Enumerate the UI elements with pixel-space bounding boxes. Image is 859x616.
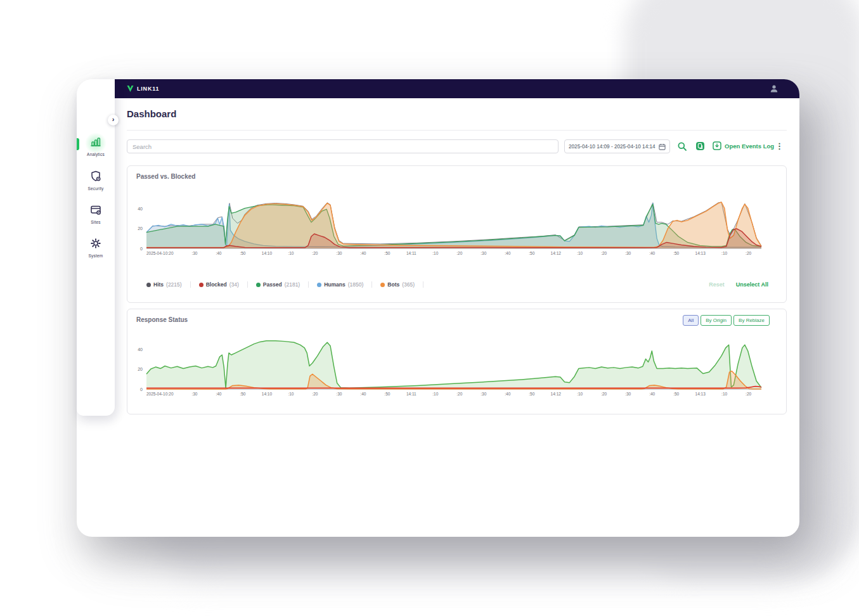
- sidebar-expand-button[interactable]: ›: [108, 115, 119, 125]
- user-account-button[interactable]: [769, 84, 779, 94]
- sidebar-label-system: System: [77, 253, 115, 258]
- chevron-right-icon: ›: [112, 116, 115, 123]
- copy-button[interactable]: [695, 141, 706, 154]
- sidebar-item-analytics[interactable]: Analytics: [77, 136, 115, 157]
- passed-vs-blocked-title: Passed vs. Blocked: [136, 173, 195, 180]
- x-axis-ticks: 2025-04-10:20:30:40:5014:10:10:20:30:40:…: [146, 251, 761, 257]
- calendar-icon: [659, 143, 666, 150]
- passed-vs-blocked-card: Passed vs. Blocked 02040 2025-04-10:20:3…: [127, 165, 787, 303]
- run-search-button[interactable]: [677, 141, 687, 154]
- reset-link[interactable]: Reset: [709, 281, 725, 288]
- sidebar-label-sites: Sites: [77, 220, 115, 224]
- brand-logo: LINK11: [127, 86, 159, 92]
- response-status-title: Response Status: [136, 316, 188, 323]
- response-status-chart[interactable]: 02040: [146, 343, 761, 390]
- sidebar-item-security[interactable]: Security: [77, 170, 115, 191]
- open-events-log-button[interactable]: Open Events Log: [713, 141, 774, 150]
- filter-by-origin-button[interactable]: By Origin: [701, 315, 732, 326]
- sidebar-item-sites[interactable]: Sites: [77, 203, 115, 224]
- legend-item-blocked[interactable]: Blocked(34): [191, 281, 248, 288]
- legend-dot: [380, 283, 385, 287]
- legend-item-passed[interactable]: Passed(2181): [248, 281, 309, 288]
- top-navbar: LINK11: [115, 79, 799, 98]
- open-events-log-label: Open Events Log: [725, 143, 774, 150]
- sidebar-item-system[interactable]: System: [77, 237, 115, 258]
- brand-name: LINK11: [137, 86, 159, 92]
- copy-icon: [695, 141, 706, 151]
- search-icon: [677, 141, 687, 151]
- sidebar-label-security: Security: [77, 186, 115, 191]
- x-axis-ticks: 2025-04-10:20:30:40:5014:10:10:20:30:40:…: [146, 392, 761, 398]
- legend-actions: ResetUnselect All: [709, 281, 768, 288]
- more-options-button[interactable]: ⋮: [775, 139, 784, 153]
- user-icon: [769, 84, 779, 94]
- legend-item-bots[interactable]: Bots(365): [372, 281, 423, 288]
- browser-gear-icon: [89, 203, 102, 216]
- shield-gear-icon: [89, 170, 102, 183]
- legend-dot: [317, 283, 321, 287]
- passed-vs-blocked-chart[interactable]: 02040: [146, 202, 761, 249]
- app-window: LINK11 Analytics: [77, 79, 799, 537]
- legend-dot: [256, 283, 261, 287]
- sidebar: Analytics Security Sites: [77, 79, 115, 416]
- response-status-card: Response Status AllBy OriginBy Reblaze 0…: [127, 309, 787, 414]
- date-range-value: 2025-04-10 14:09 - 2025-04-10 14:14: [569, 144, 659, 150]
- legend-item-humans[interactable]: Humans(1850): [309, 281, 372, 288]
- legend-item-hits[interactable]: Hits(2215): [146, 281, 191, 288]
- legend-dot: [146, 283, 151, 287]
- chart-legend: Hits(2215)Blocked(34)Passed(2181)Humans(…: [146, 281, 768, 288]
- filter-all-button[interactable]: All: [683, 315, 699, 326]
- title-divider: [127, 130, 787, 131]
- date-range-picker[interactable]: 2025-04-10 14:09 - 2025-04-10 14:14: [564, 139, 670, 153]
- page-title: Dashboard: [127, 108, 176, 119]
- gear-icon: [89, 237, 102, 250]
- filter-by-reblaze-button[interactable]: By Reblaze: [733, 315, 770, 326]
- link11-logo-icon: [127, 86, 134, 92]
- events-log-icon: [713, 141, 721, 150]
- search-input[interactable]: [127, 139, 559, 153]
- unselect-all-link[interactable]: Unselect All: [736, 281, 768, 288]
- response-filter-group: AllBy OriginBy Reblaze: [683, 315, 770, 326]
- active-glow: [85, 132, 107, 154]
- legend-dot: [199, 283, 203, 287]
